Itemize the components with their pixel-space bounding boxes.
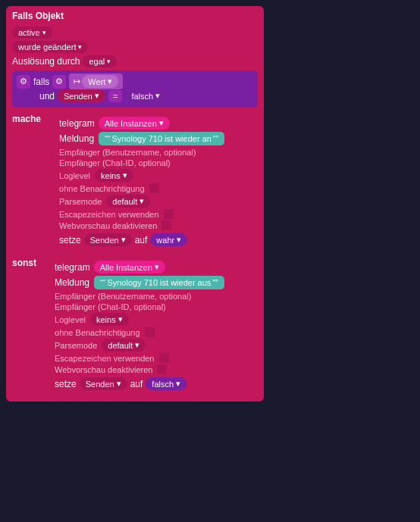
mache-empfaenger-chatid-label: Empfänger (Chat-ID, optional) bbox=[59, 158, 171, 167]
sonst-empfaenger-chatid-label: Empfänger (Chat-ID, optional) bbox=[55, 302, 166, 311]
sonst-section: sonst telegram Alle Instanzen ▾ Meldung … bbox=[12, 255, 258, 394]
sonst-inner-block: telegram Alle Instanzen ▾ Meldung Synolo… bbox=[49, 257, 258, 394]
mache-section: mache telegram Alle Instanzen ▾ Meldung … bbox=[12, 111, 258, 250]
mache-auf-label: auf bbox=[135, 235, 148, 245]
wurde-row: wurde geändert ▾ bbox=[12, 41, 258, 53]
sonst-escapezeichen-row: Escapezeichen verwenden bbox=[55, 353, 252, 363]
sonst-parsemode-label: Parsemode bbox=[55, 341, 97, 350]
egal-arrow-icon: ▾ bbox=[107, 58, 111, 65]
mache-keins-arrow-icon: ▾ bbox=[123, 170, 127, 180]
ausloesung-label: Auslösung durch bbox=[12, 56, 80, 67]
sonst-escapezeichen-checkbox[interactable] bbox=[159, 353, 169, 363]
mache-webvorschau-row: Webvorschau deaktivieren bbox=[59, 220, 252, 230]
sonst-message-bubble: Synology 710 ist wieder aus bbox=[94, 276, 224, 289]
sonst-meldung-row: Meldung Synology 710 ist wieder aus bbox=[55, 276, 252, 289]
mache-loglevel-row: Loglevel keins ▾ bbox=[59, 169, 252, 182]
mache-senden-arrow-icon: ▾ bbox=[121, 235, 126, 245]
mache-label: mache bbox=[12, 114, 41, 124]
gear-btn-2[interactable]: ⚙ bbox=[52, 75, 66, 89]
falsch-arrow-icon: ▾ bbox=[155, 91, 160, 101]
und-row: und Senden ▾ = falsch ▾ bbox=[39, 89, 253, 102]
sonst-ohne-label: ohne Benachrichtigung bbox=[55, 328, 140, 337]
arrow-wert-btn[interactable]: ↦ Wert ▾ bbox=[69, 73, 123, 89]
mache-alle-instanzen-pill[interactable]: Alle Instanzen ▾ bbox=[99, 117, 170, 130]
wert-arrow-icon: ▾ bbox=[108, 77, 112, 86]
mache-escapezeichen-row: Escapezeichen verwenden bbox=[59, 209, 252, 219]
sonst-alle-instanzen-pill[interactable]: Alle Instanzen ▾ bbox=[94, 261, 165, 274]
mache-escapezeichen-label: Escapezeichen verwenden bbox=[59, 210, 158, 219]
mache-meldung-label: Meldung bbox=[59, 133, 94, 144]
sonst-parsemode-row: Parsemode default ▾ bbox=[55, 339, 252, 352]
sonst-escapezeichen-label: Escapezeichen verwenden bbox=[55, 354, 154, 363]
mache-parsemode-row: Parsemode default ▾ bbox=[59, 195, 252, 208]
senden-arrow-icon: ▾ bbox=[95, 91, 99, 101]
sonst-loglevel-label: Loglevel bbox=[55, 315, 86, 324]
mache-escapezeichen-checkbox[interactable] bbox=[164, 209, 174, 219]
sonst-loglevel-row: Loglevel keins ▾ bbox=[55, 313, 252, 326]
title-row: Falls Objekt bbox=[12, 11, 258, 24]
mache-telegram-row: telegram Alle Instanzen ▾ bbox=[59, 117, 252, 130]
sonst-webvorschau-row: Webvorschau deaktivieren bbox=[55, 364, 252, 374]
sonst-setze-row: setze Senden ▾ auf falsch ▾ bbox=[55, 377, 252, 390]
mache-senden-pill[interactable]: Senden ▾ bbox=[84, 233, 132, 246]
sonst-falsch-arrow-icon: ▾ bbox=[176, 379, 180, 389]
sonst-ohne-row: ohne Benachrichtigung bbox=[55, 327, 252, 337]
mache-inner-block: telegram Alle Instanzen ▾ Meldung Synolo… bbox=[53, 113, 258, 250]
mache-loglevel-label: Loglevel bbox=[59, 171, 90, 180]
egal-pill[interactable]: egal ▾ bbox=[83, 55, 117, 67]
mache-wahr-arrow-icon: ▾ bbox=[177, 235, 181, 245]
sonst-falsch-pill[interactable]: falsch ▾ bbox=[146, 377, 186, 390]
mache-setze-row: setze Senden ▾ auf wahr ▾ bbox=[59, 233, 252, 246]
sonst-setze-label: setze bbox=[55, 379, 77, 389]
mache-message-bubble: Synology 710 ist wieder an bbox=[99, 132, 224, 145]
sonst-ohne-checkbox[interactable] bbox=[145, 327, 155, 337]
sonst-senden-pill[interactable]: Senden ▾ bbox=[80, 377, 127, 390]
sonst-webvorschau-label: Webvorschau deaktivieren bbox=[55, 365, 152, 374]
mache-keins-pill[interactable]: keins ▾ bbox=[95, 169, 133, 182]
sonst-empfaenger-benutzername-label: Empfänger (Benutzername, optional) bbox=[55, 292, 191, 301]
main-falls-block: Falls Objekt active ▾ wurde geändert ▾ A… bbox=[6, 6, 264, 402]
sonst-auf-label: auf bbox=[130, 379, 143, 389]
mache-ohne-label: ohne Benachrichtigung bbox=[59, 184, 145, 193]
mache-telegram-label: telegram bbox=[59, 118, 95, 129]
gear-btn-1[interactable]: ⚙ bbox=[17, 75, 30, 89]
und-label: und bbox=[39, 91, 55, 102]
sonst-keins-arrow-icon: ▾ bbox=[118, 314, 123, 324]
mache-default-pill[interactable]: default ▾ bbox=[106, 195, 150, 208]
sonst-label: sonst bbox=[12, 258, 36, 268]
mache-webvorschau-label: Webvorschau deaktivieren bbox=[59, 221, 157, 230]
sonst-default-pill[interactable]: default ▾ bbox=[102, 339, 146, 352]
sonst-empfaenger-chatid-row: Empfänger (Chat-ID, optional) bbox=[55, 302, 252, 311]
sonst-empfaenger-benutzername-row: Empfänger (Benutzername, optional) bbox=[55, 292, 252, 301]
active-pill[interactable]: active ▾ bbox=[12, 27, 52, 39]
mache-empfaenger-benutzername-label: Empfänger (Benutzername, optional) bbox=[59, 148, 196, 157]
sonst-telegram-label: telegram bbox=[55, 262, 90, 273]
mache-parsemode-label: Parsemode bbox=[59, 197, 102, 206]
sonst-meldung-label: Meldung bbox=[55, 277, 89, 288]
sonst-webvorschau-checkbox[interactable] bbox=[157, 364, 167, 374]
mache-ohne-row: ohne Benachrichtigung bbox=[59, 183, 252, 193]
mache-instanzen-arrow-icon: ▾ bbox=[159, 118, 164, 128]
falsch-pill-cond[interactable]: falsch ▾ bbox=[125, 89, 166, 102]
sonst-telegram-row: telegram Alle Instanzen ▾ bbox=[55, 261, 252, 274]
ausloesung-row: Auslösung durch egal ▾ bbox=[12, 55, 258, 67]
active-arrow-icon: ▾ bbox=[42, 29, 46, 36]
sonst-default-arrow-icon: ▾ bbox=[135, 340, 139, 350]
equals-pill: = bbox=[108, 90, 122, 102]
sonst-keins-pill[interactable]: keins ▾ bbox=[90, 313, 129, 326]
mache-setze-label: setze bbox=[59, 235, 81, 245]
wurde-pill[interactable]: wurde geändert ▾ bbox=[12, 41, 88, 53]
wert-pill[interactable]: Wert ▾ bbox=[82, 75, 118, 88]
mache-wahr-pill[interactable]: wahr ▾ bbox=[150, 233, 187, 246]
mache-meldung-row: Meldung Synology 710 ist wieder an bbox=[59, 132, 252, 145]
falls-label: falls bbox=[33, 77, 49, 87]
block-title: Falls Objekt bbox=[12, 11, 64, 21]
sonst-instanzen-arrow-icon: ▾ bbox=[155, 262, 159, 272]
falls-row1: ⚙ falls ⚙ ↦ Wert ▾ bbox=[17, 73, 253, 89]
mache-webvorschau-checkbox[interactable] bbox=[161, 220, 171, 230]
mache-ohne-checkbox[interactable] bbox=[149, 183, 159, 193]
sonst-senden-arrow-icon: ▾ bbox=[117, 379, 121, 389]
senden-pill-cond[interactable]: Senden ▾ bbox=[58, 89, 105, 102]
falls-block: ⚙ falls ⚙ ↦ Wert ▾ und Senden ▾ = falsch… bbox=[12, 70, 258, 108]
mache-default-arrow-icon: ▾ bbox=[139, 196, 144, 206]
